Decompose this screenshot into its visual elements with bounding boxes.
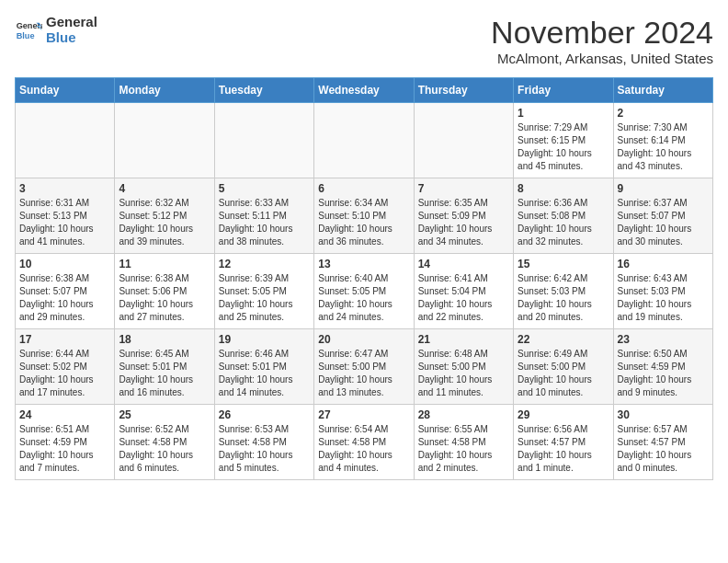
calendar-cell: 21Sunrise: 6:48 AM Sunset: 5:00 PM Dayli… (414, 329, 513, 405)
day-info: Sunrise: 6:46 AM Sunset: 5:01 PM Dayligh… (219, 348, 310, 399)
weekday-header-wednesday: Wednesday (314, 78, 414, 103)
calendar-table: SundayMondayTuesdayWednesdayThursdayFrid… (15, 77, 713, 480)
calendar-cell: 7Sunrise: 6:35 AM Sunset: 5:09 PM Daylig… (414, 178, 513, 254)
day-number: 21 (418, 333, 509, 346)
day-info: Sunrise: 6:31 AM Sunset: 5:13 PM Dayligh… (19, 197, 110, 248)
day-number: 16 (618, 258, 709, 270)
day-number: 1 (518, 107, 609, 120)
calendar-cell: 27Sunrise: 6:54 AM Sunset: 4:58 PM Dayli… (314, 405, 414, 480)
day-info: Sunrise: 6:48 AM Sunset: 5:00 PM Dayligh… (418, 348, 509, 399)
calendar-header: SundayMondayTuesdayWednesdayThursdayFrid… (16, 78, 713, 103)
day-number: 10 (19, 258, 110, 270)
day-info: Sunrise: 6:40 AM Sunset: 5:05 PM Dayligh… (318, 272, 409, 324)
logo-general-text: General (46, 15, 97, 30)
calendar-cell: 1Sunrise: 7:29 AM Sunset: 6:15 PM Daylig… (514, 103, 613, 178)
day-info: Sunrise: 6:50 AM Sunset: 4:59 PM Dayligh… (618, 348, 709, 399)
day-number: 3 (19, 182, 110, 195)
weekday-header-friday: Friday (514, 78, 613, 103)
day-info: Sunrise: 6:33 AM Sunset: 5:11 PM Dayligh… (219, 197, 310, 248)
calendar-cell: 15Sunrise: 6:42 AM Sunset: 5:03 PM Dayli… (514, 254, 613, 329)
weekday-header-tuesday: Tuesday (214, 78, 313, 103)
calendar-cell: 28Sunrise: 6:55 AM Sunset: 4:58 PM Dayli… (414, 405, 513, 480)
calendar-cell: 30Sunrise: 6:57 AM Sunset: 4:57 PM Dayli… (613, 405, 712, 480)
logo-icon: General Blue (15, 17, 42, 44)
calendar-cell: 2Sunrise: 7:30 AM Sunset: 6:14 PM Daylig… (613, 103, 712, 178)
day-info: Sunrise: 6:32 AM Sunset: 5:12 PM Dayligh… (119, 197, 210, 248)
logo: General Blue General Blue (15, 15, 97, 45)
calendar-cell: 5Sunrise: 6:33 AM Sunset: 5:11 PM Daylig… (214, 178, 313, 254)
calendar-cell: 3Sunrise: 6:31 AM Sunset: 5:13 PM Daylig… (16, 178, 115, 254)
svg-text:Blue: Blue (17, 31, 35, 40)
calendar-cell: 17Sunrise: 6:44 AM Sunset: 5:02 PM Dayli… (16, 329, 115, 405)
calendar-cell: 14Sunrise: 6:41 AM Sunset: 5:04 PM Dayli… (414, 254, 513, 329)
calendar-cell: 16Sunrise: 6:43 AM Sunset: 5:03 PM Dayli… (613, 254, 712, 329)
weekday-header-thursday: Thursday (414, 78, 513, 103)
day-number: 2 (618, 107, 709, 120)
logo-blue-text: Blue (46, 30, 97, 46)
calendar-week-3: 10Sunrise: 6:38 AM Sunset: 5:07 PM Dayli… (16, 254, 713, 329)
day-info: Sunrise: 6:51 AM Sunset: 4:59 PM Dayligh… (19, 423, 110, 475)
day-info: Sunrise: 7:29 AM Sunset: 6:15 PM Dayligh… (518, 121, 609, 173)
day-info: Sunrise: 6:49 AM Sunset: 5:00 PM Dayligh… (518, 348, 609, 399)
day-number: 24 (19, 408, 110, 421)
page-header: General Blue General Blue November 2024 … (15, 15, 713, 66)
day-number: 26 (219, 408, 310, 421)
day-number: 9 (618, 182, 709, 195)
day-info: Sunrise: 6:54 AM Sunset: 4:58 PM Dayligh… (318, 423, 409, 475)
title-section: November 2024 McAlmont, Arkansas, United… (491, 15, 713, 66)
calendar-body: 1Sunrise: 7:29 AM Sunset: 6:15 PM Daylig… (16, 103, 713, 480)
calendar-cell (314, 103, 414, 178)
calendar-cell: 23Sunrise: 6:50 AM Sunset: 4:59 PM Dayli… (613, 329, 712, 405)
day-info: Sunrise: 6:43 AM Sunset: 5:03 PM Dayligh… (618, 272, 709, 324)
day-number: 8 (518, 182, 609, 195)
day-number: 5 (219, 182, 310, 195)
day-info: Sunrise: 6:52 AM Sunset: 4:58 PM Dayligh… (119, 423, 210, 475)
day-number: 6 (318, 182, 409, 195)
weekday-header-sunday: Sunday (16, 78, 115, 103)
day-info: Sunrise: 6:42 AM Sunset: 5:03 PM Dayligh… (518, 272, 609, 324)
calendar-cell: 8Sunrise: 6:36 AM Sunset: 5:08 PM Daylig… (514, 178, 613, 254)
day-number: 27 (318, 408, 409, 421)
day-info: Sunrise: 6:36 AM Sunset: 5:08 PM Dayligh… (518, 197, 609, 248)
day-number: 25 (119, 408, 210, 421)
location-title: McAlmont, Arkansas, United States (491, 51, 713, 66)
calendar-cell: 12Sunrise: 6:39 AM Sunset: 5:05 PM Dayli… (214, 254, 313, 329)
day-info: Sunrise: 6:37 AM Sunset: 5:07 PM Dayligh… (618, 197, 709, 248)
day-info: Sunrise: 6:47 AM Sunset: 5:00 PM Dayligh… (318, 348, 409, 399)
calendar-cell: 20Sunrise: 6:47 AM Sunset: 5:00 PM Dayli… (314, 329, 414, 405)
day-number: 13 (318, 258, 409, 270)
day-info: Sunrise: 6:44 AM Sunset: 5:02 PM Dayligh… (19, 348, 110, 399)
weekday-header-row: SundayMondayTuesdayWednesdayThursdayFrid… (16, 78, 713, 103)
calendar-cell: 13Sunrise: 6:40 AM Sunset: 5:05 PM Dayli… (314, 254, 414, 329)
day-number: 19 (219, 333, 310, 346)
day-number: 29 (518, 408, 609, 421)
day-number: 7 (418, 182, 509, 195)
day-info: Sunrise: 6:55 AM Sunset: 4:58 PM Dayligh… (418, 423, 509, 475)
calendar-cell: 10Sunrise: 6:38 AM Sunset: 5:07 PM Dayli… (16, 254, 115, 329)
day-number: 30 (618, 408, 709, 421)
calendar-cell: 11Sunrise: 6:38 AM Sunset: 5:06 PM Dayli… (115, 254, 214, 329)
calendar-week-1: 1Sunrise: 7:29 AM Sunset: 6:15 PM Daylig… (16, 103, 713, 178)
day-info: Sunrise: 6:57 AM Sunset: 4:57 PM Dayligh… (618, 423, 709, 475)
day-number: 11 (119, 258, 210, 270)
day-info: Sunrise: 7:30 AM Sunset: 6:14 PM Dayligh… (618, 121, 709, 173)
calendar-cell (16, 103, 115, 178)
day-info: Sunrise: 6:53 AM Sunset: 4:58 PM Dayligh… (219, 423, 310, 475)
day-info: Sunrise: 6:41 AM Sunset: 5:04 PM Dayligh… (418, 272, 509, 324)
day-number: 17 (19, 333, 110, 346)
day-info: Sunrise: 6:45 AM Sunset: 5:01 PM Dayligh… (119, 348, 210, 399)
calendar-cell (115, 103, 214, 178)
day-number: 14 (418, 258, 509, 270)
day-info: Sunrise: 6:38 AM Sunset: 5:06 PM Dayligh… (119, 272, 210, 324)
day-number: 28 (418, 408, 509, 421)
day-info: Sunrise: 6:35 AM Sunset: 5:09 PM Dayligh… (418, 197, 509, 248)
calendar-cell: 22Sunrise: 6:49 AM Sunset: 5:00 PM Dayli… (514, 329, 613, 405)
calendar-week-2: 3Sunrise: 6:31 AM Sunset: 5:13 PM Daylig… (16, 178, 713, 254)
calendar-cell: 29Sunrise: 6:56 AM Sunset: 4:57 PM Dayli… (514, 405, 613, 480)
day-number: 20 (318, 333, 409, 346)
day-info: Sunrise: 6:39 AM Sunset: 5:05 PM Dayligh… (219, 272, 310, 324)
day-number: 4 (119, 182, 210, 195)
day-number: 15 (518, 258, 609, 270)
day-info: Sunrise: 6:56 AM Sunset: 4:57 PM Dayligh… (518, 423, 609, 475)
calendar-cell: 25Sunrise: 6:52 AM Sunset: 4:58 PM Dayli… (115, 405, 214, 480)
